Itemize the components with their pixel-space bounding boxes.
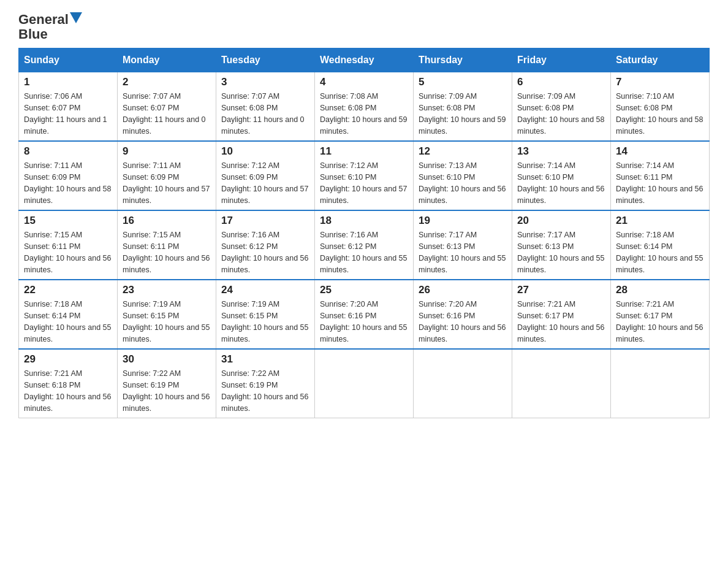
day-info: Sunrise: 7:11 AMSunset: 6:09 PMDaylight:… <box>24 160 112 206</box>
day-number: 18 <box>320 215 408 227</box>
calendar-cell: 8Sunrise: 7:11 AMSunset: 6:09 PMDaylight… <box>19 141 118 210</box>
day-info: Sunrise: 7:09 AMSunset: 6:08 PMDaylight:… <box>419 91 507 137</box>
calendar-cell <box>512 349 611 418</box>
calendar-cell: 10Sunrise: 7:12 AMSunset: 6:09 PMDayligh… <box>216 141 315 210</box>
day-info: Sunrise: 7:20 AMSunset: 6:16 PMDaylight:… <box>419 299 507 345</box>
day-info: Sunrise: 7:16 AMSunset: 6:12 PMDaylight:… <box>320 229 408 275</box>
calendar-cell: 27Sunrise: 7:21 AMSunset: 6:17 PMDayligh… <box>512 280 611 349</box>
calendar-cell: 4Sunrise: 7:08 AMSunset: 6:08 PMDaylight… <box>315 72 414 142</box>
calendar-week-row: 22Sunrise: 7:18 AMSunset: 6:14 PMDayligh… <box>19 280 710 349</box>
day-number: 9 <box>123 145 211 158</box>
day-info: Sunrise: 7:12 AMSunset: 6:10 PMDaylight:… <box>320 160 408 206</box>
day-number: 30 <box>123 353 211 366</box>
day-info: Sunrise: 7:06 AMSunset: 6:07 PMDaylight:… <box>24 91 112 137</box>
calendar-cell <box>315 349 414 418</box>
day-number: 13 <box>517 145 605 158</box>
calendar-cell: 29Sunrise: 7:21 AMSunset: 6:18 PMDayligh… <box>19 349 118 418</box>
calendar-cell: 16Sunrise: 7:15 AMSunset: 6:11 PMDayligh… <box>118 210 216 280</box>
day-number: 21 <box>616 215 704 227</box>
calendar-cell: 28Sunrise: 7:21 AMSunset: 6:17 PMDayligh… <box>611 280 710 349</box>
day-number: 20 <box>517 215 605 227</box>
day-number: 15 <box>24 215 112 227</box>
calendar-cell: 30Sunrise: 7:22 AMSunset: 6:19 PMDayligh… <box>118 349 216 418</box>
calendar-cell: 13Sunrise: 7:14 AMSunset: 6:10 PMDayligh… <box>512 141 611 210</box>
calendar-cell: 12Sunrise: 7:13 AMSunset: 6:10 PMDayligh… <box>414 141 512 210</box>
day-info: Sunrise: 7:13 AMSunset: 6:10 PMDaylight:… <box>419 160 507 206</box>
day-number: 7 <box>616 76 704 88</box>
day-info: Sunrise: 7:07 AMSunset: 6:08 PMDaylight:… <box>221 91 309 137</box>
day-number: 12 <box>419 145 507 158</box>
header-wednesday: Wednesday <box>315 48 414 72</box>
calendar-cell: 6Sunrise: 7:09 AMSunset: 6:08 PMDaylight… <box>512 72 611 142</box>
day-info: Sunrise: 7:21 AMSunset: 6:17 PMDaylight:… <box>517 299 605 345</box>
day-info: Sunrise: 7:20 AMSunset: 6:16 PMDaylight:… <box>320 299 408 345</box>
day-number: 4 <box>320 76 408 88</box>
calendar-cell: 9Sunrise: 7:11 AMSunset: 6:09 PMDaylight… <box>118 141 216 210</box>
calendar-cell: 26Sunrise: 7:20 AMSunset: 6:16 PMDayligh… <box>414 280 512 349</box>
calendar-cell: 15Sunrise: 7:15 AMSunset: 6:11 PMDayligh… <box>19 210 118 280</box>
calendar-cell: 20Sunrise: 7:17 AMSunset: 6:13 PMDayligh… <box>512 210 611 280</box>
calendar-cell: 14Sunrise: 7:14 AMSunset: 6:11 PMDayligh… <box>611 141 710 210</box>
day-info: Sunrise: 7:10 AMSunset: 6:08 PMDaylight:… <box>616 91 704 137</box>
day-number: 1 <box>24 76 112 88</box>
svg-marker-0 <box>70 12 82 23</box>
day-number: 8 <box>24 145 112 158</box>
day-number: 26 <box>419 284 507 296</box>
page-header: General Blue <box>18 12 710 42</box>
header-saturday: Saturday <box>611 48 710 72</box>
calendar-week-row: 29Sunrise: 7:21 AMSunset: 6:18 PMDayligh… <box>19 349 710 418</box>
day-number: 23 <box>123 284 211 296</box>
calendar-cell: 24Sunrise: 7:19 AMSunset: 6:15 PMDayligh… <box>216 280 315 349</box>
day-info: Sunrise: 7:17 AMSunset: 6:13 PMDaylight:… <box>517 229 605 275</box>
day-number: 29 <box>24 353 112 366</box>
header-friday: Friday <box>512 48 611 72</box>
calendar-cell: 19Sunrise: 7:17 AMSunset: 6:13 PMDayligh… <box>414 210 512 280</box>
calendar-cell: 18Sunrise: 7:16 AMSunset: 6:12 PMDayligh… <box>315 210 414 280</box>
calendar-week-row: 1Sunrise: 7:06 AMSunset: 6:07 PMDaylight… <box>19 72 710 142</box>
day-number: 22 <box>24 284 112 296</box>
day-info: Sunrise: 7:16 AMSunset: 6:12 PMDaylight:… <box>221 229 309 275</box>
calendar-cell: 2Sunrise: 7:07 AMSunset: 6:07 PMDaylight… <box>118 72 216 142</box>
calendar-cell: 1Sunrise: 7:06 AMSunset: 6:07 PMDaylight… <box>19 72 118 142</box>
calendar-cell: 3Sunrise: 7:07 AMSunset: 6:08 PMDaylight… <box>216 72 315 142</box>
calendar-cell: 7Sunrise: 7:10 AMSunset: 6:08 PMDaylight… <box>611 72 710 142</box>
header-monday: Monday <box>118 48 216 72</box>
logo: General Blue <box>18 12 82 42</box>
day-info: Sunrise: 7:18 AMSunset: 6:14 PMDaylight:… <box>24 299 112 345</box>
day-number: 10 <box>221 145 309 158</box>
day-info: Sunrise: 7:07 AMSunset: 6:07 PMDaylight:… <box>123 91 211 137</box>
day-info: Sunrise: 7:15 AMSunset: 6:11 PMDaylight:… <box>24 229 112 275</box>
day-info: Sunrise: 7:18 AMSunset: 6:14 PMDaylight:… <box>616 229 704 275</box>
day-number: 25 <box>320 284 408 296</box>
day-info: Sunrise: 7:14 AMSunset: 6:10 PMDaylight:… <box>517 160 605 206</box>
day-number: 5 <box>419 76 507 88</box>
calendar-week-row: 8Sunrise: 7:11 AMSunset: 6:09 PMDaylight… <box>19 141 710 210</box>
day-number: 24 <box>221 284 309 296</box>
day-number: 28 <box>616 284 704 296</box>
day-number: 31 <box>221 353 309 366</box>
calendar-table: SundayMondayTuesdayWednesdayThursdayFrid… <box>18 48 710 418</box>
day-info: Sunrise: 7:11 AMSunset: 6:09 PMDaylight:… <box>123 160 211 206</box>
day-info: Sunrise: 7:12 AMSunset: 6:09 PMDaylight:… <box>221 160 309 206</box>
day-number: 27 <box>517 284 605 296</box>
day-info: Sunrise: 7:15 AMSunset: 6:11 PMDaylight:… <box>123 229 211 275</box>
day-info: Sunrise: 7:21 AMSunset: 6:17 PMDaylight:… <box>616 299 704 345</box>
calendar-cell: 31Sunrise: 7:22 AMSunset: 6:19 PMDayligh… <box>216 349 315 418</box>
day-number: 14 <box>616 145 704 158</box>
header-tuesday: Tuesday <box>216 48 315 72</box>
header-sunday: Sunday <box>19 48 118 72</box>
calendar-cell: 5Sunrise: 7:09 AMSunset: 6:08 PMDaylight… <box>414 72 512 142</box>
calendar-cell <box>611 349 710 418</box>
calendar-cell: 25Sunrise: 7:20 AMSunset: 6:16 PMDayligh… <box>315 280 414 349</box>
day-number: 2 <box>123 76 211 88</box>
day-number: 16 <box>123 215 211 227</box>
day-info: Sunrise: 7:09 AMSunset: 6:08 PMDaylight:… <box>517 91 605 137</box>
calendar-week-row: 15Sunrise: 7:15 AMSunset: 6:11 PMDayligh… <box>19 210 710 280</box>
day-info: Sunrise: 7:17 AMSunset: 6:13 PMDaylight:… <box>419 229 507 275</box>
day-info: Sunrise: 7:22 AMSunset: 6:19 PMDaylight:… <box>221 368 309 414</box>
day-number: 19 <box>419 215 507 227</box>
day-number: 6 <box>517 76 605 88</box>
calendar-cell: 17Sunrise: 7:16 AMSunset: 6:12 PMDayligh… <box>216 210 315 280</box>
day-info: Sunrise: 7:08 AMSunset: 6:08 PMDaylight:… <box>320 91 408 137</box>
day-info: Sunrise: 7:19 AMSunset: 6:15 PMDaylight:… <box>123 299 211 345</box>
